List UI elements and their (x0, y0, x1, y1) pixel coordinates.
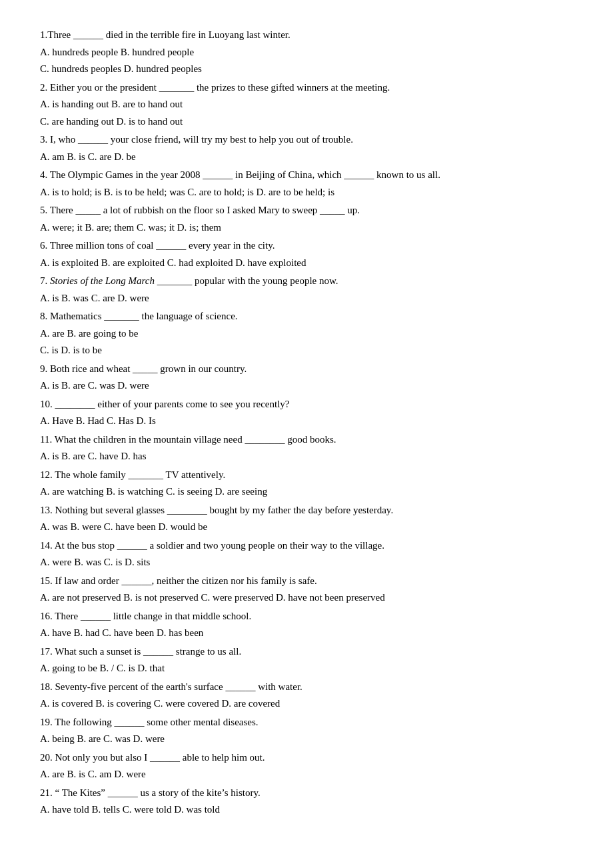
question-text-17: 17. What such a sunset is ______ strange… (40, 643, 573, 661)
question-text-18: 18. Seventy-five percent of the earth's … (40, 679, 573, 696)
options-line-19-0: A. being B. are C. was D. were (40, 731, 573, 748)
options-line-20-0: A. are B. is C. am D. were (40, 766, 573, 783)
question-block-14: 14. At the bus stop ______ a soldier and… (40, 537, 573, 571)
options-line-12-0: A. are watching B. is watching C. is see… (40, 483, 573, 501)
question-block-5: 5. There _____ a lot of rubbish on the f… (40, 202, 573, 236)
options-line-8-0: A. are B. are going to be (40, 325, 573, 343)
options-line-1-1: C. hundreds peoples D. hundred peoples (40, 61, 573, 78)
question-text-10: 10. ________ either of your parents come… (40, 396, 573, 413)
question-block-12: 12. The whole family _______ TV attentiv… (40, 467, 573, 501)
question-block-6: 6. Three million tons of coal ______ eve… (40, 237, 573, 271)
question-block-15: 15. If law and order ______, neither the… (40, 573, 573, 607)
question-text-16: 16. There ______ little change in that m… (40, 608, 573, 625)
options-line-7-0: A. is B. was C. are D. were (40, 290, 573, 307)
question-text-21: 21. “ The Kites” ______ us a story of th… (40, 785, 573, 802)
options-line-1-0: A. hundreds people B. hundred people (40, 44, 573, 61)
options-line-8-1: C. is D. is to be (40, 342, 573, 359)
options-line-9-0: A. is B. are C. was D. were (40, 377, 573, 395)
options-line-17-0: A. going to be B. / C. is D. that (40, 660, 573, 677)
question-block-1: 1.Three ______ died in the terrible fire… (40, 27, 573, 78)
options-line-2-1: C. are handing out D. is to hand out (40, 113, 573, 131)
options-line-18-0: A. is covered B. is covering C. were cov… (40, 695, 573, 713)
question-block-11: 11. What the children in the mountain vi… (40, 431, 573, 465)
question-block-21: 21. “ The Kites” ______ us a story of th… (40, 785, 573, 819)
question-text-2: 2. Either you or the president _______ t… (40, 79, 573, 97)
question-text-3: 3. I, who ______ your close friend, will… (40, 131, 573, 149)
question-block-17: 17. What such a sunset is ______ strange… (40, 643, 573, 677)
options-line-16-0: A. have B. had C. have been D. has been (40, 625, 573, 642)
question-text-8: 8. Mathematics _______ the language of s… (40, 308, 573, 325)
question-block-18: 18. Seventy-five percent of the earth's … (40, 679, 573, 713)
question-block-16: 16. There ______ little change in that m… (40, 608, 573, 642)
question-text-11: 11. What the children in the mountain vi… (40, 431, 573, 449)
options-line-3-0: A. am B. is C. are D. be (40, 149, 573, 166)
options-line-15-0: A. are not preserved B. is not preserved… (40, 589, 573, 607)
question-block-20: 20. Not only you but also I ______ able … (40, 749, 573, 783)
options-line-14-0: A. were B. was C. is D. sits (40, 554, 573, 571)
question-block-13: 13. Nothing but several glasses ________… (40, 502, 573, 536)
question-text-1: 1.Three ______ died in the terrible fire… (40, 27, 573, 44)
options-line-4-0: A. is to hold; is B. is to be held; was … (40, 184, 573, 201)
question-block-2: 2. Either you or the president _______ t… (40, 79, 573, 131)
options-line-10-0: A. Have B. Had C. Has D. Is (40, 413, 573, 430)
question-block-9: 9. Both rice and wheat _____ grown in ou… (40, 361, 573, 395)
options-line-11-0: A. is B. are C. have D. has (40, 448, 573, 465)
question-text-7: 7. Stories of the Long March _______ pop… (40, 273, 573, 290)
question-text-15: 15. If law and order ______, neither the… (40, 573, 573, 590)
question-block-10: 10. ________ either of your parents come… (40, 396, 573, 430)
question-block-4: 4. The Olympic Games in the year 2008 __… (40, 167, 573, 201)
question-block-8: 8. Mathematics _______ the language of s… (40, 308, 573, 359)
question-text-6: 6. Three million tons of coal ______ eve… (40, 237, 573, 255)
options-line-13-0: A. was B. were C. have been D. would be (40, 519, 573, 536)
question-block-3: 3. I, who ______ your close friend, will… (40, 131, 573, 165)
exam-content: 1.Three ______ died in the terrible fire… (40, 27, 573, 819)
question-text-20: 20. Not only you but also I ______ able … (40, 749, 573, 767)
question-text-4: 4. The Olympic Games in the year 2008 __… (40, 167, 573, 184)
question-block-7: 7. Stories of the Long March _______ pop… (40, 273, 573, 307)
question-text-14: 14. At the bus stop ______ a soldier and… (40, 537, 573, 555)
question-text-5: 5. There _____ a lot of rubbish on the f… (40, 202, 573, 219)
options-line-2-0: A. is handing out B. are to hand out (40, 96, 573, 113)
question-block-19: 19. The following ______ some other ment… (40, 714, 573, 748)
question-text-19: 19. The following ______ some other ment… (40, 714, 573, 731)
question-text-13: 13. Nothing but several glasses ________… (40, 502, 573, 519)
question-text-9: 9. Both rice and wheat _____ grown in ou… (40, 361, 573, 378)
options-line-6-0: A. is exploited B. are exploited C. had … (40, 255, 573, 272)
options-line-5-0: A. were; it B. are; them C. was; it D. i… (40, 219, 573, 237)
question-text-12: 12. The whole family _______ TV attentiv… (40, 467, 573, 484)
options-line-21-0: A. have told B. tells C. were told D. wa… (40, 801, 573, 819)
